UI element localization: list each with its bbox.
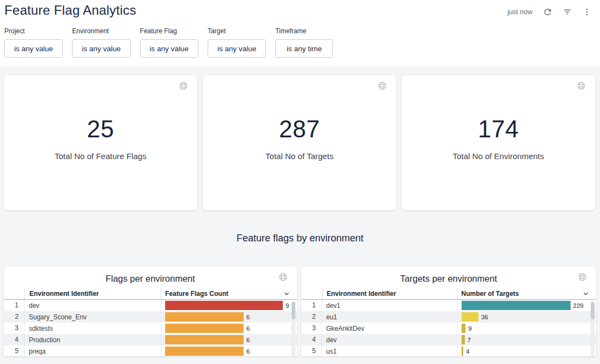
kpi-row: 25 Total No of Feature Flags 287 Total N… [0, 75, 600, 210]
filter-label: Project [4, 27, 63, 35]
filter-environment-button[interactable]: is any value [72, 39, 130, 58]
bar-value-label: 7 [468, 337, 471, 343]
table-row[interactable]: 5 us1 4 [301, 345, 597, 356]
chevron-down-icon[interactable] [283, 290, 290, 298]
value-bar-cell: 36 [457, 311, 597, 323]
section-title: Feature flags by environment [0, 233, 600, 244]
environment-identifier-cell: eu1 [322, 313, 457, 321]
table-row[interactable]: 2 Sugary_Scone_Env 6 [4, 311, 297, 323]
globe-icon [378, 81, 387, 90]
row-index: 4 [4, 334, 25, 345]
row-index: 5 [4, 345, 25, 356]
filter-label: Timeframe [275, 27, 333, 35]
filter-target: Target is any value [208, 27, 266, 58]
table-body: 1 dev 9 2 Sugary_Scone_Env 6 3 [4, 300, 297, 356]
row-index-column-header [301, 288, 322, 299]
value-bar-cell: 229 [457, 300, 597, 311]
bar [165, 301, 283, 310]
vertical-scrollbar[interactable] [591, 301, 595, 356]
table-row[interactable]: 3 GkeAnkitDev 9 [301, 323, 597, 334]
last-updated-text: just now [507, 8, 532, 16]
filter-feature-flag: Feature Flag is any value [140, 27, 198, 58]
row-index: 1 [4, 300, 25, 311]
bar [462, 301, 571, 310]
filter-bar: Project is any value Environment is any … [4, 27, 595, 58]
globe-icon [577, 81, 586, 90]
globe-icon [578, 272, 587, 282]
bar-value-label: 229 [573, 302, 584, 309]
table-header-row: Environment Identifier Feature Flags Cou… [4, 288, 297, 300]
column-header-feature-flags-count[interactable]: Feature Flags Count [161, 288, 297, 299]
chevron-down-icon[interactable] [582, 290, 590, 298]
environment-identifier-cell: GkeAnkitDev [322, 325, 457, 332]
environment-identifier-cell: Sugary_Scone_Env [25, 313, 161, 321]
kpi-value: 287 [279, 116, 320, 143]
row-index: 4 [301, 334, 322, 345]
table-row[interactable]: 2 eu1 36 [301, 311, 597, 323]
bar-value-label: 4 [466, 348, 469, 355]
table-title: Flags per environment [4, 266, 297, 284]
value-bar-cell: 6 [161, 345, 297, 356]
table-row[interactable]: 1 dev 9 [4, 300, 297, 311]
bar-value-label: 6 [246, 337, 250, 343]
bar [165, 312, 244, 321]
filter-project-button[interactable]: is any value [4, 39, 63, 58]
environment-identifier-cell: sdktests [25, 325, 161, 332]
value-bar-cell: 9 [161, 300, 297, 311]
refresh-icon[interactable] [540, 5, 555, 19]
flags-per-environment-card: Flags per environment Environment Identi… [4, 266, 297, 356]
column-header-environment-identifier[interactable]: Environment Identifier [25, 288, 161, 299]
kpi-label: Total No of Targets [265, 151, 334, 161]
bar-value-label: 6 [246, 348, 250, 355]
row-index: 5 [301, 345, 322, 356]
tables-row: Flags per environment Environment Identi… [0, 266, 600, 356]
table-row[interactable]: 3 sdktests 6 [4, 323, 297, 334]
bar-value-label: 9 [468, 325, 471, 332]
table-body: 1 dev1 229 2 eu1 36 3 [301, 300, 597, 356]
environment-identifier-cell: dev1 [322, 302, 457, 310]
row-index: 1 [301, 300, 322, 311]
value-bar-cell: 7 [457, 334, 597, 345]
bar [462, 335, 465, 344]
globe-icon [278, 272, 288, 282]
environment-identifier-cell: Production [25, 336, 161, 344]
filter-label: Environment [72, 27, 130, 35]
filter-timeframe: Timeframe is any time [275, 27, 333, 58]
table-row[interactable]: 4 Production 6 [4, 334, 297, 345]
table-row[interactable]: 5 preqa 6 [4, 345, 297, 356]
bar [462, 347, 463, 356]
filter-feature-flag-button[interactable]: is any value [140, 39, 198, 58]
row-index: 3 [4, 323, 25, 334]
bar [165, 347, 244, 356]
bar-value-label: 9 [286, 302, 289, 309]
table-title: Targets per environment [301, 266, 597, 284]
column-header-environment-identifier[interactable]: Environment Identifier [322, 288, 457, 299]
kpi-value: 25 [87, 116, 114, 143]
dashboard-header: Feature Flag Analytics just now Project … [0, 0, 600, 66]
filter-timeframe-button[interactable]: is any time [275, 39, 333, 58]
filter-label: Feature Flag [140, 27, 198, 35]
page-title: Feature Flag Analytics [4, 2, 136, 18]
table-row[interactable]: 4 dev 7 [301, 334, 597, 345]
value-bar-cell: 6 [161, 323, 297, 334]
value-bar-cell: 6 [161, 311, 297, 323]
table-header-row: Environment Identifier Number of Targets [301, 288, 597, 300]
column-header-number-of-targets[interactable]: Number of Targets [457, 288, 597, 299]
bar-value-label: 6 [246, 325, 250, 332]
table-row[interactable]: 1 dev1 229 [301, 300, 597, 311]
targets-per-environment-card: Targets per environment Environment Iden… [301, 266, 597, 356]
kebab-menu-icon[interactable] [579, 5, 595, 19]
bar-value-label: 6 [246, 314, 250, 320]
dashboard-body: 25 Total No of Feature Flags 287 Total N… [0, 66, 600, 356]
kpi-value: 174 [478, 116, 519, 143]
value-bar-cell: 9 [457, 323, 597, 334]
scrollbar-thumb[interactable] [292, 302, 295, 319]
filter-target-button[interactable]: is any value [208, 39, 266, 58]
filter-label: Target [208, 27, 266, 35]
scrollbar-thumb[interactable] [591, 302, 595, 319]
row-index-column-header [4, 288, 25, 299]
filter-list-icon[interactable] [560, 5, 575, 19]
vertical-scrollbar[interactable] [292, 301, 295, 356]
environment-identifier-cell: dev [322, 336, 457, 344]
value-bar-cell: 4 [457, 345, 597, 356]
